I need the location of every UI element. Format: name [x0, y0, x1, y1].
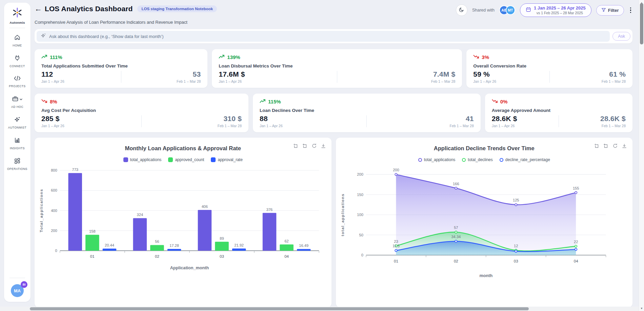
kpi-card-loan-disbursal: 139% Loan Disbursal Metrics Over Time 17… — [212, 49, 462, 88]
kpi-secondary-range: Feb 1 – Mar 28 — [431, 79, 455, 83]
kpi-primary-range: Jan 1 – Apr 26 — [41, 79, 116, 83]
legend-item-approved_count[interactable]: approved_count — [168, 157, 204, 162]
sidebar-item-home[interactable]: HOME — [4, 30, 31, 51]
kpi-trend: 139% — [219, 54, 455, 60]
download-icon[interactable] — [622, 143, 627, 149]
kpi-title: Average Approved Amount — [492, 108, 626, 113]
sidebar-item-ad-hoc[interactable]: AD HOC — [4, 92, 31, 112]
legend-item-approval_rate[interactable]: approval_rate — [211, 157, 242, 162]
kpi-trend-pct: 139% — [227, 54, 240, 60]
kpi-secondary-value: 61 % — [609, 70, 626, 78]
sidebar-item-insights[interactable]: INSIGHTS — [4, 133, 31, 154]
restore-icon[interactable] — [612, 143, 618, 149]
zoom-select-icon[interactable] — [594, 143, 600, 149]
briefcase-icon — [12, 95, 19, 103]
charts-row: Monthly Loan Applications & Approval Rat… — [35, 138, 632, 307]
svg-text:150: 150 — [357, 193, 363, 197]
svg-text:0: 0 — [361, 253, 363, 257]
kpi-secondary-range: Feb 1 – Mar 28 — [177, 79, 201, 83]
svg-text:month: month — [479, 273, 492, 278]
kpi-trend-pct: 115% — [268, 99, 281, 104]
date-range-picker[interactable]: 1 Jan 2025 – 26 Apr 2025 vs 1 Feb 2025 –… — [520, 3, 591, 17]
restore-icon[interactable] — [311, 143, 317, 149]
chart-toolbar — [293, 143, 326, 149]
trend-up-icon — [260, 99, 266, 104]
sidebar-item-autonmist[interactable]: AUTONMIST — [4, 112, 31, 133]
kpi-primary-value: 88 — [260, 115, 362, 123]
kpi-card-loan-declines: 115% Loan Declines Over Time 88Jan 1 – A… — [253, 94, 481, 132]
legend-item-decline_rate_percentage[interactable]: decline_rate_percentage — [500, 157, 550, 162]
svg-text:166: 166 — [453, 182, 459, 186]
kpi-card-approved-amount: 0% Average Approved Amount 28.6K $Jan 1 … — [485, 94, 632, 132]
download-icon[interactable] — [321, 143, 326, 149]
svg-text:11.5: 11.5 — [393, 244, 400, 248]
kpi-primary-range: Jan 1 – Apr 26 — [41, 124, 137, 128]
vertical-scrollbar-thumb[interactable] — [640, 3, 643, 44]
zoom-reset-icon[interactable] — [603, 143, 609, 149]
brand-logo[interactable]: Autonmis — [9, 7, 25, 24]
sidebar-item-label: AUTONMIST — [8, 126, 26, 129]
svg-text:total_applications: total_applications — [340, 193, 345, 236]
date-range-text: 1 Jan 2025 – 26 Apr 2025 vs 1 Feb 2025 –… — [534, 5, 586, 15]
brand-name: Autonmis — [9, 21, 25, 24]
user-role-badge: BI — [21, 281, 27, 288]
more-options-button[interactable] — [629, 5, 633, 15]
sidebar-item-connect[interactable]: CONNECT — [4, 51, 31, 72]
calendar-icon — [526, 7, 531, 14]
back-button[interactable]: ← — [35, 5, 42, 13]
svg-text:16.49: 16.49 — [299, 244, 308, 248]
chart-legend: total_applicationstotal_declinesdecline_… — [339, 157, 629, 162]
sidebar-item-label: PROJECTS — [9, 84, 25, 88]
kpi-divider — [549, 71, 550, 83]
svg-text:Application_month: Application_month — [170, 266, 209, 270]
zoom-select-icon[interactable] — [293, 143, 299, 149]
legend-item-total_applications[interactable]: total_applications — [123, 157, 162, 162]
chart-title: Monthly Loan Applications & Approval Rat… — [38, 145, 328, 152]
sidebar-item-operations[interactable]: OPERATIONS — [4, 154, 31, 174]
dark-mode-toggle[interactable] — [456, 4, 467, 16]
svg-text:155: 155 — [572, 186, 579, 190]
chart-legend: total_applicationsapproved_countapproval… — [38, 157, 328, 162]
legend-label: total_applications — [130, 157, 162, 162]
kpi-title: Total Applications Submitted Over Time — [41, 63, 201, 69]
sidebar-item-projects[interactable]: PROJECTS — [4, 72, 31, 92]
sidebar-item-label: AD HOC — [11, 105, 23, 109]
legend-marker — [462, 158, 466, 162]
horizontal-scrollbar-thumb[interactable] — [30, 307, 529, 310]
horizontal-scrollbar[interactable] — [0, 307, 639, 311]
ask-button[interactable]: Ask — [612, 32, 630, 41]
user-avatar[interactable]: MA BI — [11, 284, 24, 297]
vertical-scrollbar[interactable]: ▲ ▼ — [639, 0, 644, 311]
kpi-divider — [337, 71, 337, 83]
trend-down-icon — [41, 99, 47, 104]
ask-input[interactable] — [49, 34, 606, 39]
kpi-divider — [559, 115, 559, 127]
kpi-row-1: 111% Total Applications Submitted Over T… — [35, 49, 632, 88]
page-subtitle: Comprehensive Analysis of Loan Performan… — [35, 20, 632, 25]
legend-item-total_declines[interactable]: total_declines — [462, 157, 492, 162]
kpi-divider — [121, 71, 121, 83]
svg-text:22: 22 — [574, 240, 578, 244]
shared-avatars: AB MT — [499, 5, 515, 15]
kpi-primary-value: 59 % — [473, 70, 544, 78]
notebook-badge[interactable]: LOS staging Transformation Notebook — [137, 5, 217, 12]
kpi-primary-value: 285 $ — [41, 115, 137, 123]
funnel-icon — [601, 7, 606, 13]
grid-icon — [14, 157, 21, 166]
kpi-trend: 111% — [41, 54, 201, 60]
svg-text:376: 376 — [266, 208, 273, 212]
avatar-mt[interactable]: MT — [506, 5, 515, 15]
ask-field — [37, 31, 610, 42]
filter-button[interactable]: Filter — [596, 5, 624, 16]
scroll-down-arrow[interactable]: ▼ — [639, 306, 644, 311]
sidebar-bottom-divider — [9, 278, 25, 278]
filter-label: Filter — [608, 8, 619, 13]
main-content: ← LOS Analytics Dashboard LOS staging Tr… — [35, 3, 632, 311]
kpi-title: Loan Declines Over Time — [260, 108, 474, 113]
legend-item-total_applications[interactable]: total_applications — [418, 157, 456, 162]
kpi-title: Loan Disbursal Metrics Over Time — [219, 63, 455, 69]
kpi-values: 112Jan 1 – Apr 26 53Feb 1 – Mar 28 — [41, 70, 201, 83]
svg-text:200: 200 — [51, 229, 57, 233]
zoom-reset-icon[interactable] — [302, 143, 308, 149]
kpi-secondary-value: 41 — [466, 115, 474, 123]
